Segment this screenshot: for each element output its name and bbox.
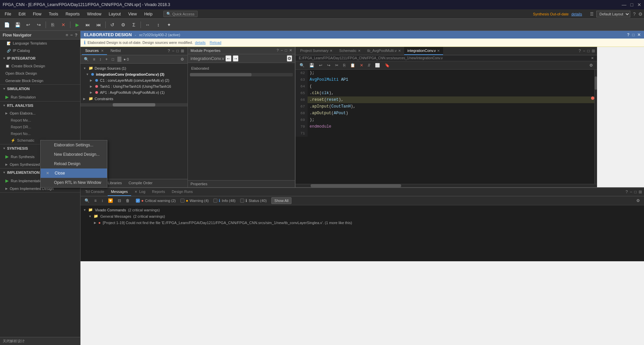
properties-help-icon[interactable]: ? [277, 48, 279, 53]
ctx-reload-design[interactable]: Reload Design [41, 159, 107, 168]
critical-checkbox[interactable]: ✓ [136, 199, 140, 203]
code-minimize-icon[interactable]: − [583, 49, 585, 53]
log-close-icon[interactable]: ✕ [135, 190, 137, 194]
save-button[interactable]: 💾 [13, 20, 22, 29]
star-button[interactable]: ✦ [164, 20, 174, 29]
flow-nav-collapse[interactable]: − [70, 32, 73, 38]
sources-scroll-bar[interactable] [80, 103, 187, 107]
quick-access-search[interactable]: 🔍 Quick Access [163, 11, 198, 17]
new-file-button[interactable]: 📄 [2, 20, 11, 29]
expand-button[interactable]: ↔ [143, 20, 152, 29]
sources-add-btn[interactable]: + [104, 56, 109, 62]
menu-window[interactable]: Window [84, 10, 105, 18]
msg-search-btn[interactable]: 🔍 [83, 198, 91, 204]
nav-section-simulation-header[interactable]: ▼ SIMULATION [0, 85, 80, 93]
msg-item-error-1[interactable]: ▶ ● [Project 1-19] Could not find the fi… [80, 219, 644, 226]
menu-help[interactable]: Help [141, 10, 156, 18]
msg-collapse-btn[interactable]: ⊟ [116, 198, 122, 204]
tab-tcl-console[interactable]: Tcl Console [82, 188, 108, 196]
properties-scroll[interactable] [190, 73, 293, 76]
code-comment-btn[interactable]: // [367, 62, 372, 68]
info-reload-link[interactable]: Reload [210, 41, 221, 45]
tree-item-ap1[interactable]: ▶ AP1 : AvgPoolMulti (AvgPoolMulti.v) (1… [80, 89, 187, 95]
ctx-elaboration-settings[interactable]: Elaboration Settings... [41, 140, 107, 150]
msg-group-vivado[interactable]: ▼ 📁 Vivado Commands (2 critical warnings… [80, 207, 644, 213]
code-redo-btn[interactable]: ↪ [326, 62, 332, 68]
maximize-button[interactable]: □ [631, 2, 633, 7]
help-icon[interactable]: ? [633, 11, 636, 17]
nav-sub-report-noise[interactable]: Report No... [0, 130, 80, 137]
menu-flow[interactable]: Flow [30, 10, 45, 18]
nav-item-create-block-design[interactable]: 🔲 Create Block Design [0, 62, 80, 70]
code-path-close-icon[interactable]: ✕ [591, 56, 594, 60]
step-back-button[interactable]: ⏮ [94, 20, 103, 29]
synthesis-details-link[interactable]: details [571, 12, 582, 16]
tab-tb-avgpoolmulti[interactable]: tb_AvgPoolMulti.v ✕ [364, 47, 404, 55]
info-details-link[interactable]: details [195, 41, 206, 45]
tb-avgpool-close-icon[interactable]: ✕ [398, 49, 401, 53]
sources-maximize-icon[interactable]: ⊞ [181, 49, 184, 53]
delete-button[interactable]: ✕ [59, 20, 68, 29]
code-paste-btn[interactable]: 📋 [349, 62, 357, 68]
code-search-btn[interactable]: 🔍 [298, 62, 306, 68]
menu-tools[interactable]: Tools [45, 10, 61, 18]
msg-subgroup-general[interactable]: ▼ 📁 General Messages (2 critical warning… [80, 213, 644, 219]
sources-search-btn[interactable]: 🔍 [83, 56, 90, 62]
collapse-button[interactable]: ↕ [154, 20, 163, 29]
info-checkbox[interactable] [213, 199, 217, 203]
code-delete-btn[interactable]: ✕ [359, 62, 365, 68]
menu-edit[interactable]: Edit [15, 10, 29, 18]
bottom-float-icon[interactable]: □ [634, 190, 637, 194]
menu-reports[interactable]: Reports [62, 10, 83, 18]
tree-item-design-sources[interactable]: ▼ 📁 Design Sources (1) [80, 65, 187, 71]
code-copy-btn[interactable]: ⎘ [342, 62, 347, 68]
bottom-maximize-icon[interactable]: ⊞ [639, 190, 642, 194]
panel-settings-icon[interactable]: ⚙ [638, 11, 643, 17]
sigma-button[interactable]: Σ [129, 20, 139, 29]
filter-critical-warning[interactable]: ✓ ● Critical warning (2) [136, 198, 176, 203]
tab-sources[interactable]: Sources ✕ [82, 47, 107, 55]
tab-project-summary[interactable]: Project Summary ✕ [297, 47, 336, 55]
properties-close-icon[interactable]: ✕ [289, 48, 292, 53]
elaborated-close[interactable]: ✕ [637, 32, 641, 37]
ctx-close[interactable]: ✕ Close [41, 168, 107, 178]
tree-item-c1[interactable]: ▶ C1 : convLayerMulti (convLayerMulti.v)… [80, 77, 187, 83]
properties-back-btn[interactable]: ← [225, 55, 231, 62]
nav-sub-report-drc[interactable]: Report DR... [0, 124, 80, 130]
settings-button[interactable]: ⚙ [118, 20, 128, 29]
sources-sort-btn[interactable]: ↕ [98, 56, 103, 62]
code-horizontal-scrollbar[interactable] [296, 184, 597, 187]
minimize-button[interactable]: — [622, 2, 627, 7]
status-checkbox[interactable] [240, 199, 244, 203]
tab-compile-order[interactable]: Compile Order [125, 179, 156, 187]
msg-filter2-btn[interactable]: 🔽 [107, 198, 114, 204]
sources-help-icon[interactable]: ? [168, 49, 170, 53]
nav-item-ip-catalog[interactable]: 🔗 IP Catalog [0, 47, 80, 54]
sources-float-icon[interactable]: □ [176, 49, 179, 53]
ctx-new-elaborated-design[interactable]: New Elaborated Design... [41, 150, 107, 159]
run-button[interactable]: ▶ [72, 20, 82, 29]
code-settings-btn[interactable]: ⚙ [588, 62, 594, 68]
show-all-button[interactable]: Show All [271, 197, 291, 204]
tab-libraries[interactable]: Libraries [104, 179, 125, 187]
properties-float-icon[interactable]: □ [285, 48, 287, 53]
code-save-btn[interactable]: 💾 [308, 62, 316, 68]
nav-item-run-simulation[interactable]: ▶ Run Simulation [0, 93, 80, 101]
properties-minimize-icon[interactable]: − [281, 48, 283, 53]
nav-item-open-elaborated[interactable]: ▶ Open Elabora... [0, 110, 80, 117]
code-editor-content[interactable]: 62 ); 63 AvgPoolMulti AP1 64 ( [296, 70, 597, 184]
sources-close-icon[interactable]: ✕ [101, 49, 104, 53]
bottom-help-icon[interactable]: ? [626, 190, 628, 194]
layout-select[interactable]: Default Layout [596, 11, 630, 17]
nav-item-generate-block-design[interactable]: Generate Block Design [0, 77, 80, 84]
code-cut-btn[interactable]: ✂ [334, 62, 340, 68]
refresh-button[interactable]: ↺ [108, 20, 117, 29]
menu-file[interactable]: File [1, 10, 14, 18]
undo-button[interactable]: ↩ [23, 20, 33, 29]
tab-messages[interactable]: Messages [108, 188, 131, 196]
elaborated-help[interactable]: ? [627, 32, 629, 37]
code-bookmark-btn[interactable]: 🔖 [383, 62, 391, 68]
flow-nav-help[interactable]: ? [75, 32, 77, 38]
nav-item-open-block-design[interactable]: Open Block Design [0, 70, 80, 77]
flow-nav-pin[interactable]: ≡ [66, 32, 68, 38]
